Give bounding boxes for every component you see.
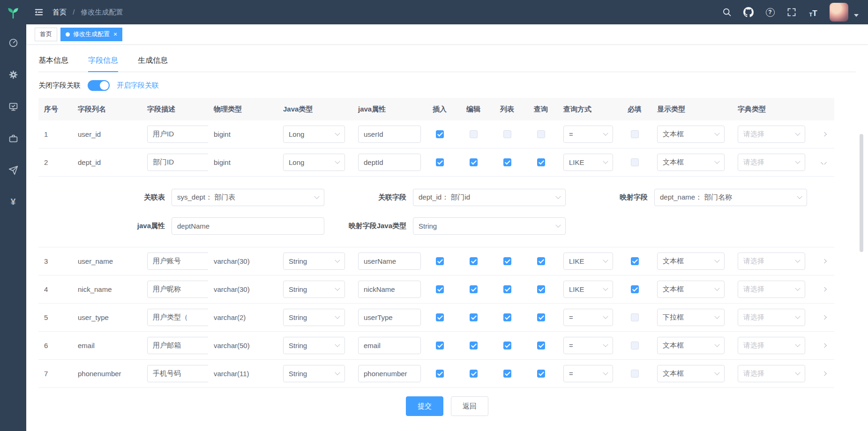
java-prop-input[interactable] bbox=[358, 309, 421, 326]
java-type-select[interactable]: String bbox=[283, 281, 345, 298]
insert-checkbox[interactable] bbox=[436, 313, 444, 321]
dict-select[interactable]: 请选择 bbox=[738, 126, 805, 143]
java-prop-input[interactable] bbox=[358, 365, 421, 382]
display-select[interactable]: 文本框 bbox=[657, 126, 725, 143]
edit-checkbox[interactable] bbox=[470, 257, 478, 265]
query-checkbox[interactable] bbox=[537, 130, 545, 138]
edit-checkbox[interactable] bbox=[470, 313, 478, 321]
expand-row-arrow-icon[interactable] bbox=[821, 160, 827, 164]
send-icon[interactable] bbox=[8, 165, 18, 175]
list-checkbox[interactable] bbox=[503, 370, 511, 378]
expand-row-arrow-icon[interactable] bbox=[821, 287, 827, 291]
query-checkbox[interactable] bbox=[537, 313, 545, 321]
insert-checkbox[interactable] bbox=[436, 130, 444, 138]
display-select[interactable]: 文本框 bbox=[657, 253, 725, 270]
dict-select[interactable]: 请选择 bbox=[738, 253, 805, 270]
required-checkbox[interactable] bbox=[631, 285, 639, 293]
relation-field-select[interactable]: dept_id： 部门id bbox=[413, 189, 566, 206]
expand-row-arrow-icon[interactable] bbox=[821, 343, 827, 348]
display-select[interactable]: 文本框 bbox=[657, 337, 725, 354]
dict-select[interactable]: 请选择 bbox=[738, 281, 805, 298]
dict-select[interactable]: 请选择 bbox=[738, 365, 805, 382]
query-checkbox[interactable] bbox=[537, 285, 545, 293]
insert-checkbox[interactable] bbox=[436, 158, 444, 166]
query-checkbox[interactable] bbox=[537, 342, 545, 349]
required-checkbox[interactable] bbox=[631, 130, 639, 138]
tab-field-info[interactable]: 字段信息 bbox=[88, 50, 118, 72]
expand-java-prop-input[interactable] bbox=[172, 217, 324, 235]
map-field-select[interactable]: dept_name： 部门名称 bbox=[654, 189, 807, 206]
edit-checkbox[interactable] bbox=[470, 285, 478, 293]
java-prop-input[interactable] bbox=[358, 281, 421, 298]
yen-icon[interactable]: ¥ bbox=[8, 197, 18, 207]
java-type-select[interactable]: String bbox=[283, 365, 345, 382]
query-type-select[interactable]: = bbox=[563, 126, 613, 143]
java-type-select[interactable]: String bbox=[283, 253, 345, 270]
dashboard-icon[interactable] bbox=[8, 37, 18, 48]
dict-select[interactable]: 请选择 bbox=[738, 154, 805, 171]
field-desc-input[interactable] bbox=[147, 365, 208, 382]
java-type-select[interactable]: Long bbox=[283, 154, 345, 171]
insert-checkbox[interactable] bbox=[436, 257, 444, 265]
query-type-select[interactable]: LIKE bbox=[563, 154, 613, 171]
java-prop-input[interactable] bbox=[358, 154, 421, 171]
field-desc-input[interactable] bbox=[147, 309, 208, 326]
breadcrumb-home[interactable]: 首页 bbox=[52, 8, 67, 16]
dict-select[interactable]: 请选择 bbox=[738, 337, 805, 354]
display-select[interactable]: 文本框 bbox=[657, 365, 725, 382]
tab-gen-info[interactable]: 生成信息 bbox=[138, 50, 168, 72]
query-checkbox[interactable] bbox=[537, 158, 545, 166]
tab-basic-info[interactable]: 基本信息 bbox=[38, 50, 68, 72]
insert-checkbox[interactable] bbox=[436, 285, 444, 293]
query-type-select[interactable]: LIKE bbox=[563, 253, 613, 270]
edit-checkbox[interactable] bbox=[470, 158, 478, 166]
query-checkbox[interactable] bbox=[537, 257, 545, 265]
fullscreen-icon[interactable] bbox=[786, 7, 797, 17]
required-checkbox[interactable] bbox=[631, 313, 639, 321]
edit-checkbox[interactable] bbox=[470, 342, 478, 349]
java-type-select[interactable]: String bbox=[283, 337, 345, 354]
list-checkbox[interactable] bbox=[503, 285, 511, 293]
list-checkbox[interactable] bbox=[503, 313, 511, 321]
java-type-select[interactable]: String bbox=[283, 309, 345, 326]
java-prop-input[interactable] bbox=[358, 126, 421, 143]
tag-current[interactable]: 修改生成配置 × bbox=[60, 28, 122, 41]
field-desc-input[interactable] bbox=[147, 337, 208, 354]
user-avatar[interactable] bbox=[830, 3, 848, 22]
table-scrollbar[interactable] bbox=[860, 134, 863, 252]
list-checkbox[interactable] bbox=[503, 257, 511, 265]
edit-checkbox[interactable] bbox=[470, 130, 478, 138]
java-prop-input[interactable] bbox=[358, 337, 421, 354]
dict-select[interactable]: 请选择 bbox=[738, 309, 805, 326]
java-prop-input[interactable] bbox=[358, 253, 421, 270]
query-checkbox[interactable] bbox=[537, 370, 545, 378]
tag-home[interactable]: 首页 bbox=[35, 28, 57, 41]
list-checkbox[interactable] bbox=[503, 158, 511, 166]
query-type-select[interactable]: LIKE bbox=[563, 281, 613, 298]
list-checkbox[interactable] bbox=[503, 130, 511, 138]
briefcase-icon[interactable] bbox=[8, 133, 18, 143]
app-logo[interactable] bbox=[0, 0, 26, 24]
relation-table-select[interactable]: sys_dept： 部门表 bbox=[172, 189, 324, 206]
insert-checkbox[interactable] bbox=[436, 342, 444, 349]
help-icon[interactable]: ? bbox=[765, 7, 775, 17]
display-select[interactable]: 文本框 bbox=[657, 281, 725, 298]
required-checkbox[interactable] bbox=[631, 342, 639, 349]
required-checkbox[interactable] bbox=[631, 257, 639, 265]
list-checkbox[interactable] bbox=[503, 342, 511, 349]
expand-row-arrow-icon[interactable] bbox=[821, 372, 827, 376]
expand-row-arrow-icon[interactable] bbox=[821, 132, 827, 136]
user-caret-down-icon[interactable] bbox=[854, 14, 859, 17]
relation-toggle-switch[interactable] bbox=[88, 80, 110, 91]
edit-checkbox[interactable] bbox=[470, 370, 478, 378]
monitor-check-icon[interactable] bbox=[8, 101, 18, 111]
insert-checkbox[interactable] bbox=[436, 370, 444, 378]
search-icon[interactable] bbox=[722, 7, 732, 17]
expand-row-arrow-icon[interactable] bbox=[821, 315, 827, 320]
query-type-select[interactable]: = bbox=[563, 365, 613, 382]
field-desc-input[interactable] bbox=[147, 253, 208, 270]
display-select[interactable]: 下拉框 bbox=[657, 309, 725, 326]
field-desc-input[interactable] bbox=[147, 126, 208, 143]
map-java-type-select[interactable]: String bbox=[413, 217, 566, 235]
github-icon[interactable] bbox=[743, 7, 754, 17]
